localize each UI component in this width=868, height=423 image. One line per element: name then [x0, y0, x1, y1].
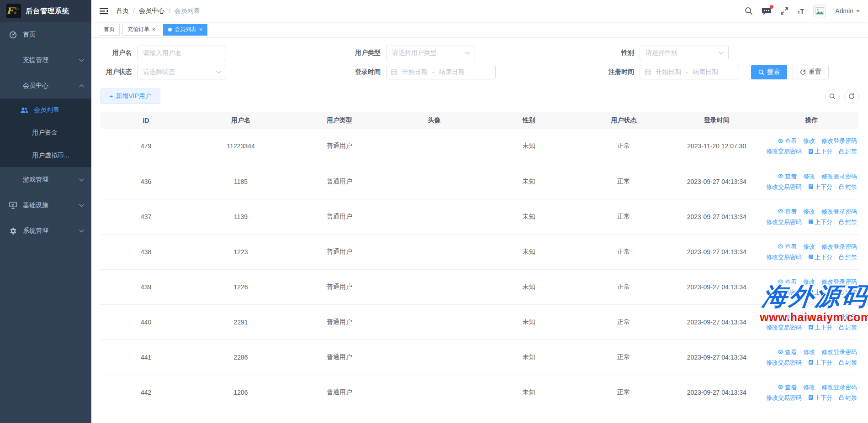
ban-link[interactable]: 封禁	[839, 146, 857, 157]
edit-login-password-link[interactable]: 修改登录密码	[821, 277, 857, 287]
user-type-select[interactable]: 请选择用户类型	[386, 46, 475, 60]
edit-link[interactable]: 修改	[803, 206, 815, 217]
updown-score-link[interactable]: 上下分	[808, 217, 832, 227]
register-time-range-picker[interactable]: 开始日期 - 结束日期	[640, 65, 739, 79]
search-icon	[758, 69, 764, 75]
edit-link[interactable]: 修改	[803, 171, 815, 182]
edit-label: 修改	[803, 136, 815, 146]
sidebar-fold-icon[interactable]	[100, 8, 108, 15]
edit-login-password-link[interactable]: 修改登录密码	[821, 241, 857, 252]
sidebar-item-member-list[interactable]: 会员列表	[0, 99, 91, 121]
updown-score-link[interactable]: 上下分	[808, 287, 832, 298]
edit-trade-password-link[interactable]: 修改交易密码	[766, 357, 802, 368]
breadcrumb-home[interactable]: 首页	[116, 7, 129, 15]
tab-home[interactable]: 首页	[99, 24, 120, 36]
view-link[interactable]: 查看	[778, 136, 797, 146]
view-link[interactable]: 查看	[778, 347, 797, 357]
view-link[interactable]: 查看	[778, 277, 797, 287]
updown-score-link[interactable]: 上下分	[808, 357, 832, 368]
view-link[interactable]: 查看	[778, 382, 797, 392]
sidebar-item-user-funds[interactable]: 用户资金	[0, 121, 91, 144]
cell-username: 1226	[191, 269, 290, 304]
edit-trade-password-link[interactable]: 修改交易密码	[766, 287, 802, 298]
sidebar-item-user-virtual-coin[interactable]: 用户虚拟币...	[0, 144, 91, 167]
view-link[interactable]: 查看	[778, 241, 797, 252]
edit-login-password-link[interactable]: 修改登录密码	[821, 347, 857, 357]
edit-trade-password-link[interactable]: 修改交易密码	[766, 146, 802, 157]
updown-score-link[interactable]: 上下分	[808, 252, 832, 262]
cell-username: 1206	[191, 375, 290, 410]
fullscreen-icon[interactable]	[780, 7, 789, 15]
edit-trade-password-link[interactable]: 修改交易密码	[766, 252, 802, 262]
tab-recharge-orders[interactable]: 充值订单 ×	[122, 24, 160, 36]
username-input[interactable]	[137, 46, 226, 60]
table-search-toggle-button[interactable]	[825, 89, 840, 104]
ban-link[interactable]: 封禁	[839, 217, 857, 227]
edit-trade-password-link[interactable]: 修改交易密码	[766, 217, 802, 227]
table-refresh-button[interactable]	[844, 89, 859, 104]
chevron-down-icon	[719, 52, 724, 55]
edit-link[interactable]: 修改	[803, 382, 815, 392]
edit-trade-password-link[interactable]: 修改交易密码	[766, 182, 802, 192]
avatar[interactable]	[813, 5, 826, 17]
reset-button[interactable]: 重置	[793, 65, 829, 79]
edit-login-password-label: 修改登录密码	[821, 312, 857, 322]
edit-link[interactable]: 修改	[803, 312, 815, 322]
edit-link[interactable]: 修改	[803, 277, 815, 287]
edit-link[interactable]: 修改	[803, 136, 815, 146]
sidebar-item-game-mgmt[interactable]: 游戏管理	[0, 167, 91, 193]
view-link[interactable]: 查看	[778, 171, 797, 182]
actions-line-2: 修改交易密码 上下分 封禁	[764, 357, 857, 368]
search-icon[interactable]	[745, 7, 753, 15]
search-button[interactable]: 搜索	[751, 65, 787, 79]
login-time-range-picker[interactable]: 开始日期 - 结束日期	[386, 65, 496, 79]
ban-link[interactable]: 封禁	[839, 182, 857, 192]
edit-login-password-link[interactable]: 修改登录密码	[821, 312, 857, 322]
cell-user-status: 正常	[578, 304, 669, 339]
view-link[interactable]: 查看	[778, 312, 797, 322]
breadcrumb-member-center[interactable]: 会员中心	[139, 7, 164, 15]
sidebar-item-recharge-mgmt[interactable]: 充提管理	[0, 47, 91, 73]
edit-link[interactable]: 修改	[803, 347, 815, 357]
message-icon[interactable]	[762, 7, 771, 16]
cell-id: 438	[101, 234, 191, 269]
add-vip-user-button[interactable]: + 新增VIP用户	[101, 89, 160, 104]
updown-score-link[interactable]: 上下分	[808, 146, 832, 157]
edit-login-password-link[interactable]: 修改登录密码	[821, 136, 857, 146]
ban-link[interactable]: 封禁	[839, 357, 857, 368]
sidebar-item-member-center[interactable]: 会员中心	[0, 73, 91, 99]
date-start-placeholder: 开始日期	[656, 68, 681, 76]
sidebar-item-infrastructure[interactable]: 基础设施	[0, 193, 91, 218]
edit-login-password-link[interactable]: 修改登录密码	[821, 382, 857, 392]
edit-link[interactable]: 修改	[803, 241, 815, 252]
close-icon[interactable]: ×	[199, 26, 202, 33]
updown-score-link[interactable]: 上下分	[808, 322, 832, 333]
breadcrumb-separator: /	[133, 7, 135, 15]
edit-login-password-link[interactable]: 修改登录密码	[821, 206, 857, 217]
user-menu[interactable]: Admin	[835, 7, 860, 15]
chevron-down-icon	[465, 52, 470, 55]
username-label: 用户名	[101, 49, 132, 57]
sidebar-item-home[interactable]: 首页	[0, 22, 91, 47]
updown-score-label: 上下分	[815, 392, 832, 403]
tags-view-bar: 首页 充值订单 × 会员列表 ×	[91, 22, 868, 37]
font-size-icon[interactable]: тT	[798, 7, 804, 15]
ban-link[interactable]: 封禁	[839, 322, 857, 333]
sidebar-item-system-mgmt[interactable]: 系统管理	[0, 218, 91, 244]
tab-member-list[interactable]: 会员列表 ×	[163, 24, 207, 36]
ban-link[interactable]: 封禁	[839, 287, 857, 298]
user-status-select[interactable]: 请选择状态	[137, 65, 226, 79]
updown-score-label: 上下分	[815, 146, 832, 157]
view-link[interactable]: 查看	[778, 206, 797, 217]
edit-trade-password-link[interactable]: 修改交易密码	[766, 392, 802, 403]
updown-score-link[interactable]: 上下分	[808, 182, 832, 192]
ban-link[interactable]: 封禁	[839, 392, 857, 403]
view-label: 查看	[785, 171, 797, 182]
updown-score-link[interactable]: 上下分	[808, 392, 832, 403]
gender-select[interactable]: 请选择性别	[640, 46, 729, 60]
ban-link[interactable]: 封禁	[839, 252, 857, 262]
sidebar-item-label: 用户资金	[32, 129, 58, 137]
close-icon[interactable]: ×	[152, 26, 155, 33]
edit-trade-password-link[interactable]: 修改交易密码	[766, 322, 802, 333]
edit-login-password-link[interactable]: 修改登录密码	[821, 171, 857, 182]
